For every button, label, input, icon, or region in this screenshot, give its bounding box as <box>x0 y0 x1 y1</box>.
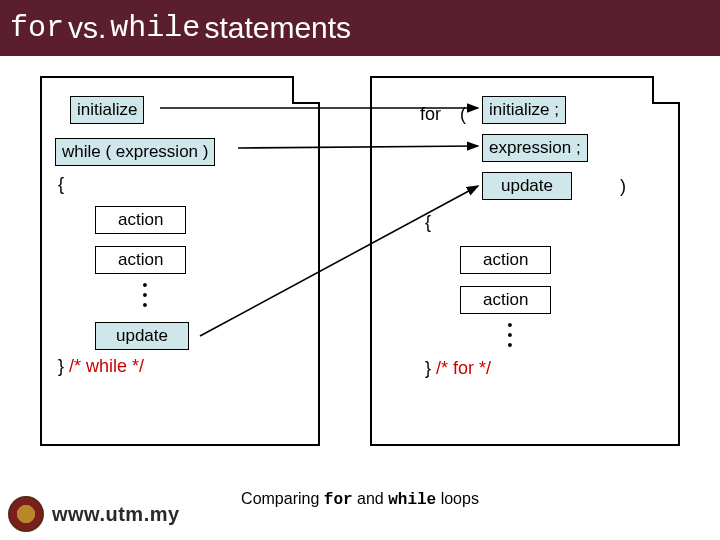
for-close-brace: } /* for */ <box>425 358 491 379</box>
while-action-2: action <box>95 246 186 274</box>
for-close-paren: ) <box>620 176 626 197</box>
footer: www.utm.my <box>8 496 180 532</box>
for-open-paren: ( <box>460 104 466 125</box>
for-open-brace: { <box>425 212 431 233</box>
diagram-stage: initialize while ( expression ) { action… <box>0 56 720 486</box>
title-statements: statements <box>204 11 351 45</box>
while-condition: while ( expression ) <box>55 138 215 166</box>
utm-logo-icon <box>8 496 44 532</box>
while-action-1: action <box>95 206 186 234</box>
for-action-2: action <box>460 286 551 314</box>
title-bar: for vs. while statements <box>0 0 720 56</box>
while-close-brace: } /* while */ <box>58 356 144 377</box>
while-open-brace: { <box>58 174 64 195</box>
while-update: update <box>95 322 189 350</box>
for-expression: expression ; <box>482 134 588 162</box>
title-for: for <box>10 11 64 45</box>
for-ellipsis: ••• <box>505 320 515 350</box>
title-vs: vs. <box>68 11 106 45</box>
while-ellipsis: ••• <box>140 280 150 310</box>
for-keyword: for <box>420 104 441 125</box>
for-initialize: initialize ; <box>482 96 566 124</box>
for-update: update <box>482 172 572 200</box>
site-url: www.utm.my <box>52 503 180 526</box>
for-action-1: action <box>460 246 551 274</box>
while-initialize: initialize <box>70 96 144 124</box>
title-while: while <box>110 11 200 45</box>
